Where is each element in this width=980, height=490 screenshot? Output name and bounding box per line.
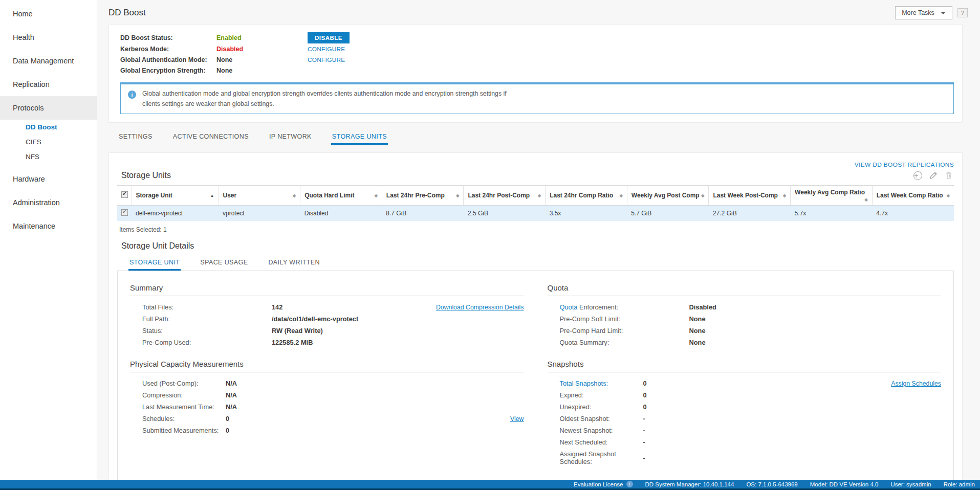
full-path-value: /data/col1/dell-emc-vprotect xyxy=(272,315,358,323)
cell-user: vprotect xyxy=(219,206,300,221)
sort-icon[interactable]: ◆ xyxy=(456,193,459,198)
table-row[interactable]: dell-emc-vprotect vprotect Disabled 8.7 … xyxy=(117,206,954,221)
configure-kerberos-link[interactable]: CONFIGURE xyxy=(308,46,954,53)
disable-button[interactable]: DISABLE xyxy=(308,32,350,43)
assign-schedules-link[interactable]: Assign Schedules xyxy=(891,380,941,387)
more-tasks-label: More Tasks xyxy=(902,9,934,16)
sort-icon[interactable]: ◆ xyxy=(865,197,868,202)
sort-icon[interactable]: ◆ xyxy=(620,193,623,198)
global-encryption-value: None xyxy=(216,67,308,74)
column-header-lastweek-postcomp[interactable]: Last Week Post-Comp◆ xyxy=(709,186,791,206)
schedules-value: 0 xyxy=(226,415,229,422)
global-auth-mode-value: None xyxy=(216,56,308,63)
assigned-snapshot-schedules-value: - xyxy=(643,454,645,462)
main-content: DD Boost More Tasks ? DD Boost Status: E… xyxy=(97,0,980,480)
row-checkbox[interactable] xyxy=(121,209,128,216)
column-header-weekly-postcomp[interactable]: Weekly Avg Post Comp◆ xyxy=(627,186,709,206)
evaluation-license-text: Evaluation License xyxy=(574,481,623,487)
total-snapshots-link[interactable]: Total Snapshots: xyxy=(560,380,608,387)
column-header-user[interactable]: User◆ xyxy=(219,186,300,206)
def-label: Pre-Comp Used: xyxy=(142,339,272,346)
select-all-checkbox[interactable] xyxy=(121,191,128,198)
cell-lastweek-ratio: 4.7x xyxy=(872,206,954,221)
cell-lastweek-postcomp: 27.2 GiB xyxy=(709,206,791,221)
os-version: OS: 7.1.0.5-643969 xyxy=(746,481,797,487)
status-label: Kerberos Mode: xyxy=(120,46,216,53)
tab-storage-unit[interactable]: STORAGE UNIT xyxy=(128,254,181,271)
tab-space-usage[interactable]: SPACE USAGE xyxy=(199,254,249,271)
cell-weekly-postcomp: 5.7 GiB xyxy=(627,206,709,221)
sidebar-item-data-management[interactable]: Data Management xyxy=(0,49,97,73)
snapshots-title: Snapshots xyxy=(548,360,942,372)
oldest-snapshot-value: - xyxy=(643,415,645,422)
sidebar-item-home[interactable]: Home xyxy=(0,2,97,26)
tab-active-connections[interactable]: ACTIVE CONNECTIONS xyxy=(172,128,250,145)
kerberos-mode-value: Disabled xyxy=(216,46,308,53)
def-label: Assigned Snapshot Schedules: xyxy=(560,450,643,465)
column-header-weekly-ratio[interactable]: Weekly Avg Comp Ratio◆ xyxy=(791,186,873,206)
sort-icon[interactable]: ◆ xyxy=(783,193,786,198)
add-storage-unit-icon[interactable]: + xyxy=(913,171,922,180)
sidebar-item-dd-boost[interactable]: DD Boost xyxy=(0,120,97,135)
sort-icon[interactable]: ◆ xyxy=(375,193,378,198)
quota-section: Quota Quota Enforcement: Disabled Pre-Co… xyxy=(548,283,942,348)
def-label: Pre-Comp Soft Limit: xyxy=(560,315,689,323)
sidebar-item-nfs[interactable]: NFS xyxy=(0,149,97,164)
storage-units-panel: VIEW DD BOOST REPLICATIONS Storage Units… xyxy=(108,152,963,480)
sort-icon[interactable]: ◆ xyxy=(947,193,950,198)
download-compression-details-link[interactable]: Download Compression Details xyxy=(436,304,524,311)
quota-link[interactable]: Quota xyxy=(560,303,578,311)
used-postcomp-value: N/A xyxy=(226,380,237,387)
sort-asc-icon[interactable]: ▲ xyxy=(210,193,214,198)
view-dd-boost-replications-link[interactable]: VIEW DD BOOST REPLICATIONS xyxy=(855,161,954,168)
dd-boost-status-card: DD Boost Status: Enabled DISABLE Kerbero… xyxy=(108,25,963,123)
tab-ip-network[interactable]: IP NETWORK xyxy=(268,128,313,145)
def-label: Oldest Snapshot: xyxy=(560,415,643,422)
chevron-down-icon xyxy=(941,12,946,14)
more-tasks-button[interactable]: More Tasks xyxy=(895,6,952,19)
cell-last24-postcomp: 2.5 GiB xyxy=(464,206,546,221)
tab-daily-written[interactable]: DAILY WRITTEN xyxy=(267,254,321,271)
view-link[interactable]: View xyxy=(510,415,524,422)
status-row: DD Boost Status: Enabled DISABLE xyxy=(120,32,954,43)
tab-storage-units[interactable]: STORAGE UNITS xyxy=(331,128,388,145)
def-label: Expired: xyxy=(560,391,643,399)
column-header-last24-postcomp[interactable]: Last 24hr Post-Comp◆ xyxy=(464,186,546,206)
delete-storage-unit-icon[interactable] xyxy=(945,171,953,180)
cell-last24-precomp: 8.7 GiB xyxy=(382,206,464,221)
column-header-lastweek-ratio[interactable]: Last Week Comp Ratio◆ xyxy=(872,186,954,206)
sidebar-item-replication[interactable]: Replication xyxy=(0,73,97,96)
sort-icon[interactable]: ◆ xyxy=(538,193,541,198)
sort-icon[interactable]: ◆ xyxy=(701,193,704,198)
storage-units-header: Storage Units + xyxy=(109,169,962,184)
sidebar-item-health[interactable]: Health xyxy=(0,26,97,49)
def-label: Compression: xyxy=(142,391,226,399)
sidebar-item-hardware[interactable]: Hardware xyxy=(0,167,97,191)
license-info-icon[interactable]: i xyxy=(626,481,633,487)
column-header-storage-unit[interactable]: Storage Unit▲ xyxy=(132,186,219,206)
status-row: Kerberos Mode: Disabled CONFIGURE xyxy=(120,43,954,54)
tab-settings[interactable]: SETTINGS xyxy=(118,128,154,145)
def-label: Full Path: xyxy=(142,315,272,323)
sidebar-item-cifs[interactable]: CIFS xyxy=(0,135,97,149)
dd-boost-status-value: Enabled xyxy=(216,34,308,41)
cell-last24-ratio: 3.5x xyxy=(546,206,627,221)
physical-capacity-title: Physical Capacity Measurements xyxy=(130,360,524,372)
precomp-soft-limit-value: None xyxy=(689,315,706,323)
def-label: Pre-Comp Hard Limit: xyxy=(560,327,689,335)
sort-icon[interactable]: ◆ xyxy=(293,193,296,198)
storage-units-table: Storage Unit▲ User◆ Quota Hard Limit◆ La… xyxy=(117,185,954,221)
column-header-last24-ratio[interactable]: Last 24hr Comp Ratio◆ xyxy=(546,186,627,206)
app-window: Home Health Data Management Replication … xyxy=(0,0,980,480)
dd-boost-tabs: SETTINGS ACTIVE CONNECTIONS IP NETWORK S… xyxy=(108,128,963,145)
configure-auth-link[interactable]: CONFIGURE xyxy=(308,56,954,63)
sidebar-item-maintenance[interactable]: Maintenance xyxy=(0,214,97,238)
edit-storage-unit-icon[interactable] xyxy=(929,171,938,180)
status-row: Global Authentication Mode: None CONFIGU… xyxy=(120,54,954,65)
sidebar-item-administration[interactable]: Administration xyxy=(0,191,97,214)
quota-enforcement-value: Disabled xyxy=(689,303,716,311)
help-button[interactable]: ? xyxy=(957,8,968,17)
sidebar-item-protocols[interactable]: Protocols xyxy=(0,96,97,120)
column-header-last24-precomp[interactable]: Last 24hr Pre-Comp◆ xyxy=(382,186,464,206)
column-header-quota-hard-limit[interactable]: Quota Hard Limit◆ xyxy=(300,186,382,206)
